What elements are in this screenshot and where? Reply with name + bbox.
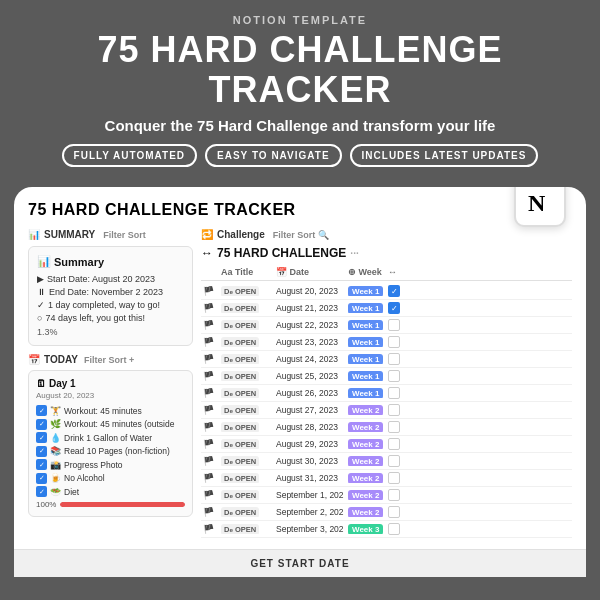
td-title: De OPEN	[219, 439, 274, 449]
table-row: 🏴 De OPEN August 23, 2023 Week 1	[201, 334, 572, 351]
td-check[interactable]: ✓	[386, 285, 404, 297]
td-flag: 🏴	[201, 490, 219, 500]
alcohol-icon: 🍺	[50, 473, 61, 483]
table-row: 🏴 De OPEN September 2, 202 Week 2	[201, 504, 572, 521]
photo-icon: 📸	[50, 460, 61, 470]
td-check[interactable]	[386, 370, 404, 382]
open-badge: De OPEN	[221, 286, 259, 296]
open-badge: De OPEN	[221, 439, 259, 449]
task-check-3: ✓	[36, 432, 47, 443]
flag-icon: 🏴	[203, 456, 214, 466]
summary-tab[interactable]: 📊 SUMMARY Filter Sort	[28, 229, 193, 240]
td-check[interactable]	[386, 438, 404, 450]
td-date: August 22, 2023	[274, 320, 346, 330]
table-row: 🏴 De OPEN August 28, 2023 Week 2	[201, 419, 572, 436]
table-row: 🏴 De OPEN September 3, 202 Week 3	[201, 521, 572, 538]
td-date: August 20, 2023	[274, 286, 346, 296]
chart-icon: 📊	[28, 229, 40, 240]
td-check[interactable]	[386, 455, 404, 467]
td-flag: 🏴	[201, 405, 219, 415]
challenge-section-title: ↔ 75 HARD CHALLENGE ···	[201, 246, 572, 260]
td-check[interactable]	[386, 523, 404, 535]
week-badge: Week 1	[348, 303, 383, 313]
td-check[interactable]: ✓	[386, 302, 404, 314]
td-check[interactable]	[386, 319, 404, 331]
flag-icon: 🏴	[203, 507, 214, 517]
td-check[interactable]	[386, 387, 404, 399]
diet-icon: 🥗	[50, 487, 61, 497]
flag-icon: 🏴	[203, 320, 214, 330]
summary-tab-controls[interactable]: Filter Sort	[103, 230, 146, 240]
circle-icon: ○	[37, 313, 42, 323]
td-check[interactable]	[386, 336, 404, 348]
td-title: De OPEN	[219, 473, 274, 483]
td-date: August 28, 2023	[274, 422, 346, 432]
progress-bar-fill	[60, 502, 185, 507]
challenge-tab-controls[interactable]: Filter Sort 🔍	[273, 230, 329, 240]
challenge-tab[interactable]: 🔁 Challenge Filter Sort 🔍	[201, 229, 572, 240]
td-check[interactable]	[386, 353, 404, 365]
flag-icon: 🏴	[203, 439, 214, 449]
td-date: August 25, 2023	[274, 371, 346, 381]
td-title: De OPEN	[219, 388, 274, 398]
week-badge: Week 1	[348, 371, 383, 381]
td-week: Week 1	[346, 320, 386, 330]
svg-text:N: N	[528, 190, 546, 216]
th-week: ⊕ Week	[346, 267, 386, 277]
row-check-empty	[388, 421, 400, 433]
table-row: 🏴 De OPEN August 24, 2023 Week 1	[201, 351, 572, 368]
day-title: 🗓 Day 1	[36, 378, 185, 389]
get-start-button[interactable]: GET START DATE	[14, 549, 586, 577]
td-date: August 23, 2023	[274, 337, 346, 347]
open-badge: De OPEN	[221, 422, 259, 432]
td-week: Week 1	[346, 337, 386, 347]
notion-label: NOTION TEMPLATE	[20, 14, 580, 26]
left-panel: 📊 SUMMARY Filter Sort 📊 Summary ▶ Start …	[28, 229, 193, 569]
row-check-empty	[388, 370, 400, 382]
open-badge: De OPEN	[221, 320, 259, 330]
row-check-empty	[388, 404, 400, 416]
today-tab[interactable]: 📅 TODAY Filter Sort +	[28, 354, 193, 365]
td-week: Week 1	[346, 303, 386, 313]
td-date: August 30, 2023	[274, 456, 346, 466]
flag-icon: 🏴	[203, 490, 214, 500]
td-week: Week 2	[346, 405, 386, 415]
table-row: 🏴 De OPEN August 20, 2023 Week 1 ✓	[201, 283, 572, 300]
td-week: Week 1	[346, 286, 386, 296]
td-flag: 🏴	[201, 371, 219, 381]
today-tab-controls[interactable]: Filter Sort +	[84, 355, 134, 365]
challenge-tab-icon: 🔁	[201, 229, 213, 240]
th-date: 📅 Date	[274, 267, 346, 277]
td-title: De OPEN	[219, 524, 274, 534]
td-week: Week 2	[346, 439, 386, 449]
table-row: 🏴 De OPEN August 26, 2023 Week 1	[201, 385, 572, 402]
td-week: Week 1	[346, 371, 386, 381]
open-badge: De OPEN	[221, 490, 259, 500]
td-check[interactable]	[386, 404, 404, 416]
td-flag: 🏴	[201, 507, 219, 517]
td-title: De OPEN	[219, 320, 274, 330]
td-week: Week 1	[346, 354, 386, 364]
summary-section-title: 📊 Summary	[37, 255, 184, 268]
td-flag: 🏴	[201, 473, 219, 483]
td-flag: 🏴	[201, 422, 219, 432]
td-check[interactable]	[386, 489, 404, 501]
td-flag: 🏴	[201, 337, 219, 347]
td-title: De OPEN	[219, 507, 274, 517]
td-check[interactable]	[386, 472, 404, 484]
progress-bar-bg	[60, 502, 185, 507]
day-flag-icon: 🗓	[36, 378, 46, 389]
flag-icon: 🏴	[203, 388, 214, 398]
row-check-empty	[388, 336, 400, 348]
progress-bar-row: 100%	[36, 500, 185, 509]
header: NOTION TEMPLATE 75 HARD CHALLENGE TRACKE…	[0, 0, 600, 177]
row-check-empty	[388, 353, 400, 365]
open-badge: De OPEN	[221, 303, 259, 313]
td-flag: 🏴	[201, 439, 219, 449]
summary-box: 📊 Summary ▶ Start Date: August 20 2023 ⏸…	[28, 246, 193, 346]
td-check[interactable]	[386, 421, 404, 433]
td-check[interactable]	[386, 506, 404, 518]
week-badge: Week 1	[348, 286, 383, 296]
right-panel: 🔁 Challenge Filter Sort 🔍 ↔ 75 HARD CHAL…	[201, 229, 572, 569]
td-date: September 2, 202	[274, 507, 346, 517]
